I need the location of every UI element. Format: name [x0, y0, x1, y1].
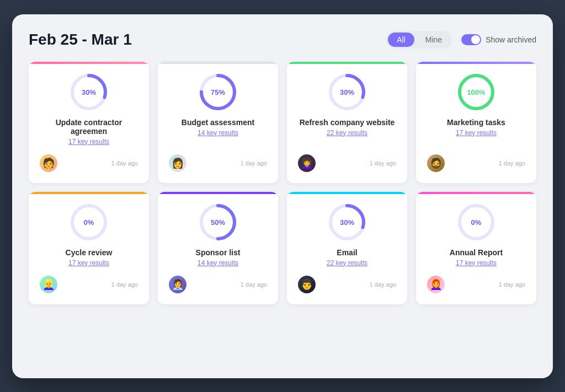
card-title-5: Cycle review [66, 248, 113, 257]
card-5[interactable]: 0% Cycle review 17 key results 👱‍♀️ 1 da… [29, 192, 149, 304]
card-6[interactable]: 50% Sponsor list 14 key results 🧑‍💼 1 da… [158, 192, 278, 304]
timestamp-5: 1 day ago [111, 281, 138, 288]
key-results-7[interactable]: 22 key results [327, 259, 367, 267]
card-footer-2: 👩 1 day ago [169, 154, 267, 172]
card-1[interactable]: 30% Update contractor agreemen 17 key re… [29, 62, 149, 183]
progress-circle-7: 30% [328, 203, 366, 241]
card-8[interactable]: 0% Annual Report 17 key results 👩‍🦰 1 da… [416, 192, 536, 304]
avatar-face-7: 👨 [301, 280, 313, 289]
progress-label-5: 0% [84, 218, 94, 226]
card-footer-3: 👩‍🦱 1 day ago [298, 154, 396, 172]
card-title-6: Sponsor list [196, 248, 241, 257]
cards-grid: 30% Update contractor agreemen 17 key re… [29, 62, 536, 304]
timestamp-1: 1 day ago [111, 160, 138, 167]
avatar-face-8: 👩‍🦰 [430, 280, 442, 289]
timestamp-4: 1 day ago [499, 160, 525, 167]
progress-label-3: 30% [340, 88, 354, 96]
progress-circle-5: 0% [70, 203, 108, 241]
avatar-face-6: 🧑‍💼 [172, 280, 184, 289]
avatar-8: 👩‍🦰 [427, 276, 445, 293]
card-3[interactable]: 30% Refresh company website 22 key resul… [287, 62, 407, 183]
card-title-3: Refresh company website [300, 118, 395, 127]
progress-label-2: 75% [211, 88, 225, 96]
card-footer-6: 🧑‍💼 1 day ago [169, 276, 267, 293]
app-container: Feb 25 - Mar 1 All Mine Show archived 30… [12, 14, 553, 378]
card-footer-4: 🧔 1 day ago [427, 154, 525, 172]
show-archived-toggle[interactable] [461, 34, 481, 45]
card-footer-5: 👱‍♀️ 1 day ago [40, 276, 138, 293]
header-controls: All Mine Show archived [386, 31, 536, 49]
progress-circle-1: 30% [70, 73, 108, 111]
card-7[interactable]: 30% Email 22 key results 👨 1 day ago [287, 192, 407, 304]
timestamp-2: 1 day ago [241, 160, 267, 167]
avatar-face-3: 👩‍🦱 [301, 158, 313, 168]
card-title-4: Marketing tasks [447, 118, 505, 127]
timestamp-7: 1 day ago [370, 281, 396, 288]
avatar-7: 👨 [298, 276, 316, 293]
filter-all-button[interactable]: All [388, 33, 414, 47]
avatar-5: 👱‍♀️ [40, 276, 57, 293]
card-title-7: Email [337, 248, 357, 257]
key-results-5[interactable]: 17 key results [68, 259, 109, 267]
card-title-8: Annual Report [450, 248, 503, 257]
card-2[interactable]: 75% Budget assessment 14 key results 👩 1… [158, 62, 278, 183]
avatar-face-5: 👱‍♀️ [42, 280, 55, 289]
card-title-2: Budget assessment [182, 118, 254, 127]
key-results-6[interactable]: 14 key results [198, 259, 238, 267]
card-footer-1: 🧑 1 day ago [40, 154, 138, 172]
card-footer-7: 👨 1 day ago [298, 276, 396, 293]
progress-circle-4: 100% [457, 73, 495, 111]
key-results-8[interactable]: 17 key results [456, 259, 497, 267]
progress-circle-2: 75% [199, 73, 237, 111]
progress-label-8: 0% [471, 218, 482, 226]
avatar-1: 🧑 [40, 154, 57, 172]
progress-circle-6: 50% [199, 203, 237, 241]
show-archived-control: Show archived [461, 34, 536, 45]
card-footer-8: 👩‍🦰 1 day ago [427, 276, 525, 293]
filter-mine-button[interactable]: Mine [417, 33, 451, 47]
key-results-4[interactable]: 17 key results [456, 129, 497, 137]
avatar-4: 🧔 [427, 154, 445, 172]
show-archived-label: Show archived [486, 35, 536, 44]
avatar-3: 👩‍🦱 [298, 154, 316, 172]
progress-circle-3: 30% [328, 73, 366, 111]
card-title-1: Update contractor agreemen [40, 118, 138, 136]
avatar-face-1: 🧑 [42, 158, 55, 168]
progress-label-4: 100% [467, 88, 485, 96]
progress-label-7: 30% [340, 218, 354, 226]
date-range: Feb 25 - Mar 1 [29, 31, 132, 49]
filter-group: All Mine [386, 31, 452, 49]
timestamp-3: 1 day ago [370, 160, 396, 167]
progress-label-1: 30% [82, 88, 96, 96]
card-4[interactable]: 100% Marketing tasks 17 key results 🧔 1 … [416, 62, 536, 183]
avatar-6: 🧑‍💼 [169, 276, 186, 293]
header: Feb 25 - Mar 1 All Mine Show archived [29, 31, 536, 49]
timestamp-8: 1 day ago [499, 281, 525, 288]
avatar-face-4: 🧔 [430, 158, 442, 168]
progress-label-6: 50% [211, 218, 225, 226]
key-results-1[interactable]: 17 key results [68, 138, 109, 146]
progress-circle-8: 0% [457, 203, 495, 241]
avatar-2: 👩 [169, 154, 186, 172]
key-results-3[interactable]: 22 key results [327, 129, 367, 137]
timestamp-6: 1 day ago [241, 281, 267, 288]
key-results-2[interactable]: 14 key results [198, 129, 238, 137]
avatar-face-2: 👩 [172, 158, 184, 168]
